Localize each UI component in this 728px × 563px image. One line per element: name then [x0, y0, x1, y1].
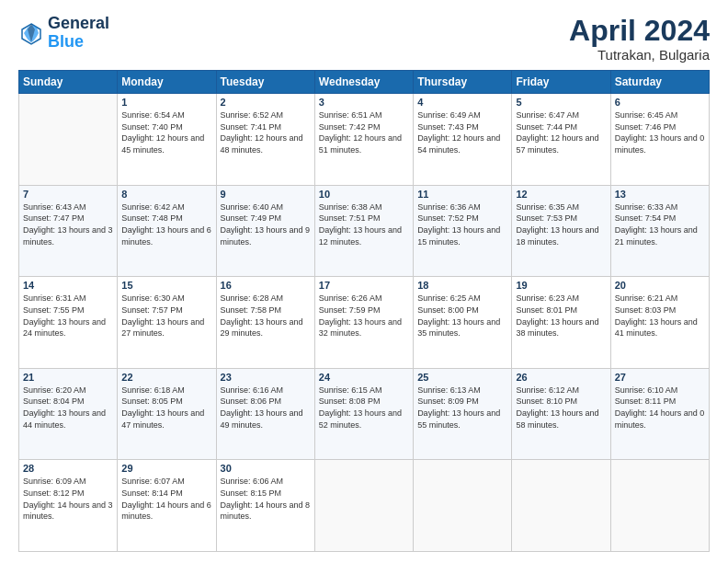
calendar-cell: 30Sunrise: 6:06 AMSunset: 8:15 PMDayligh…	[216, 460, 314, 552]
logo-text: General Blue	[48, 15, 109, 52]
calendar-cell	[512, 460, 610, 552]
calendar-week-5: 28Sunrise: 6:09 AMSunset: 8:12 PMDayligh…	[19, 460, 710, 552]
day-number: 18	[417, 280, 507, 291]
calendar-cell: 11Sunrise: 6:36 AMSunset: 7:52 PMDayligh…	[414, 185, 512, 277]
day-info: Sunrise: 6:12 AMSunset: 8:10 PMDaylight:…	[516, 385, 606, 431]
calendar-header-saturday: Saturday	[610, 71, 709, 94]
day-info: Sunrise: 6:54 AMSunset: 7:40 PMDaylight:…	[121, 109, 211, 155]
day-number: 30	[221, 463, 311, 474]
day-number: 4	[417, 97, 507, 108]
logo-icon	[18, 20, 44, 46]
calendar-cell: 7Sunrise: 6:43 AMSunset: 7:47 PMDaylight…	[19, 185, 118, 277]
day-number: 25	[417, 372, 507, 383]
day-info: Sunrise: 6:09 AMSunset: 8:12 PMDaylight:…	[23, 476, 113, 522]
calendar-cell: 5Sunrise: 6:47 AMSunset: 7:44 PMDaylight…	[512, 94, 610, 186]
day-number: 17	[319, 280, 409, 291]
day-info: Sunrise: 6:26 AMSunset: 7:59 PMDaylight:…	[319, 293, 409, 339]
day-number: 14	[23, 280, 113, 291]
calendar-cell: 8Sunrise: 6:42 AMSunset: 7:48 PMDaylight…	[118, 185, 216, 277]
calendar-cell: 29Sunrise: 6:07 AMSunset: 8:14 PMDayligh…	[118, 460, 216, 552]
day-info: Sunrise: 6:18 AMSunset: 8:05 PMDaylight:…	[121, 385, 211, 431]
calendar-cell: 24Sunrise: 6:15 AMSunset: 8:08 PMDayligh…	[314, 368, 413, 460]
day-info: Sunrise: 6:28 AMSunset: 7:58 PMDaylight:…	[221, 293, 311, 339]
logo: General Blue	[18, 15, 109, 52]
calendar-header-monday: Monday	[118, 71, 216, 94]
day-info: Sunrise: 6:40 AMSunset: 7:49 PMDaylight:…	[221, 201, 311, 247]
day-number: 13	[615, 189, 705, 200]
day-number: 26	[516, 372, 606, 383]
month-title: April 2024	[569, 15, 710, 47]
header: General Blue April 2024 Tutrakan, Bulgar…	[18, 15, 710, 63]
day-number: 22	[121, 372, 211, 383]
calendar-week-4: 21Sunrise: 6:20 AMSunset: 8:04 PMDayligh…	[19, 368, 710, 460]
day-info: Sunrise: 6:30 AMSunset: 7:57 PMDaylight:…	[121, 293, 211, 339]
calendar-cell: 15Sunrise: 6:30 AMSunset: 7:57 PMDayligh…	[118, 277, 216, 369]
day-number: 29	[121, 463, 211, 474]
day-info: Sunrise: 6:42 AMSunset: 7:48 PMDaylight:…	[121, 201, 211, 247]
calendar-cell: 13Sunrise: 6:33 AMSunset: 7:54 PMDayligh…	[610, 185, 709, 277]
day-number: 5	[516, 97, 606, 108]
calendar-header-tuesday: Tuesday	[216, 71, 314, 94]
day-number: 28	[23, 463, 113, 474]
day-info: Sunrise: 6:31 AMSunset: 7:55 PMDaylight:…	[23, 293, 113, 339]
calendar-cell: 23Sunrise: 6:16 AMSunset: 8:06 PMDayligh…	[216, 368, 314, 460]
day-number: 20	[615, 280, 705, 291]
calendar-header-thursday: Thursday	[414, 71, 512, 94]
day-info: Sunrise: 6:36 AMSunset: 7:52 PMDaylight:…	[417, 201, 507, 247]
day-number: 2	[221, 97, 311, 108]
day-number: 9	[221, 189, 311, 200]
calendar-cell: 19Sunrise: 6:23 AMSunset: 8:01 PMDayligh…	[512, 277, 610, 369]
calendar-week-2: 7Sunrise: 6:43 AMSunset: 7:47 PMDaylight…	[19, 185, 710, 277]
day-info: Sunrise: 6:07 AMSunset: 8:14 PMDaylight:…	[121, 476, 211, 522]
calendar-header-wednesday: Wednesday	[314, 71, 413, 94]
calendar-cell: 10Sunrise: 6:38 AMSunset: 7:51 PMDayligh…	[314, 185, 413, 277]
calendar-cell: 27Sunrise: 6:10 AMSunset: 8:11 PMDayligh…	[610, 368, 709, 460]
calendar-cell: 6Sunrise: 6:45 AMSunset: 7:46 PMDaylight…	[610, 94, 709, 186]
calendar-cell: 4Sunrise: 6:49 AMSunset: 7:43 PMDaylight…	[414, 94, 512, 186]
day-number: 24	[319, 372, 409, 383]
day-info: Sunrise: 6:47 AMSunset: 7:44 PMDaylight:…	[516, 109, 606, 155]
day-number: 21	[23, 372, 113, 383]
day-info: Sunrise: 6:38 AMSunset: 7:51 PMDaylight:…	[319, 201, 409, 247]
day-info: Sunrise: 6:16 AMSunset: 8:06 PMDaylight:…	[221, 385, 311, 431]
location: Tutrakan, Bulgaria	[569, 47, 710, 63]
day-number: 6	[615, 97, 705, 108]
page: General Blue April 2024 Tutrakan, Bulgar…	[0, 0, 728, 563]
day-number: 1	[121, 97, 211, 108]
day-info: Sunrise: 6:21 AMSunset: 8:03 PMDaylight:…	[615, 293, 705, 339]
calendar-cell	[314, 460, 413, 552]
calendar-cell: 9Sunrise: 6:40 AMSunset: 7:49 PMDaylight…	[216, 185, 314, 277]
calendar-header-sunday: Sunday	[19, 71, 118, 94]
day-info: Sunrise: 6:25 AMSunset: 8:00 PMDaylight:…	[417, 293, 507, 339]
day-info: Sunrise: 6:20 AMSunset: 8:04 PMDaylight:…	[23, 385, 113, 431]
calendar-cell	[414, 460, 512, 552]
calendar-cell: 3Sunrise: 6:51 AMSunset: 7:42 PMDaylight…	[314, 94, 413, 186]
calendar-cell: 12Sunrise: 6:35 AMSunset: 7:53 PMDayligh…	[512, 185, 610, 277]
day-number: 7	[23, 189, 113, 200]
day-info: Sunrise: 6:45 AMSunset: 7:46 PMDaylight:…	[615, 109, 705, 155]
day-number: 10	[319, 189, 409, 200]
day-info: Sunrise: 6:33 AMSunset: 7:54 PMDaylight:…	[615, 201, 705, 247]
calendar-week-3: 14Sunrise: 6:31 AMSunset: 7:55 PMDayligh…	[19, 277, 710, 369]
calendar-table: SundayMondayTuesdayWednesdayThursdayFrid…	[18, 70, 710, 552]
calendar-cell: 1Sunrise: 6:54 AMSunset: 7:40 PMDaylight…	[118, 94, 216, 186]
calendar-cell: 2Sunrise: 6:52 AMSunset: 7:41 PMDaylight…	[216, 94, 314, 186]
day-info: Sunrise: 6:43 AMSunset: 7:47 PMDaylight:…	[23, 201, 113, 247]
day-info: Sunrise: 6:35 AMSunset: 7:53 PMDaylight:…	[516, 201, 606, 247]
day-number: 15	[121, 280, 211, 291]
day-number: 11	[417, 189, 507, 200]
calendar-cell: 18Sunrise: 6:25 AMSunset: 8:00 PMDayligh…	[414, 277, 512, 369]
day-number: 27	[615, 372, 705, 383]
day-number: 19	[516, 280, 606, 291]
calendar-cell: 16Sunrise: 6:28 AMSunset: 7:58 PMDayligh…	[216, 277, 314, 369]
day-info: Sunrise: 6:13 AMSunset: 8:09 PMDaylight:…	[417, 385, 507, 431]
day-info: Sunrise: 6:52 AMSunset: 7:41 PMDaylight:…	[221, 109, 311, 155]
day-info: Sunrise: 6:23 AMSunset: 8:01 PMDaylight:…	[516, 293, 606, 339]
calendar-header-friday: Friday	[512, 71, 610, 94]
day-info: Sunrise: 6:06 AMSunset: 8:15 PMDaylight:…	[221, 476, 311, 522]
calendar-cell: 20Sunrise: 6:21 AMSunset: 8:03 PMDayligh…	[610, 277, 709, 369]
day-number: 16	[221, 280, 311, 291]
calendar-cell: 28Sunrise: 6:09 AMSunset: 8:12 PMDayligh…	[19, 460, 118, 552]
calendar-cell: 21Sunrise: 6:20 AMSunset: 8:04 PMDayligh…	[19, 368, 118, 460]
calendar-cell: 22Sunrise: 6:18 AMSunset: 8:05 PMDayligh…	[118, 368, 216, 460]
